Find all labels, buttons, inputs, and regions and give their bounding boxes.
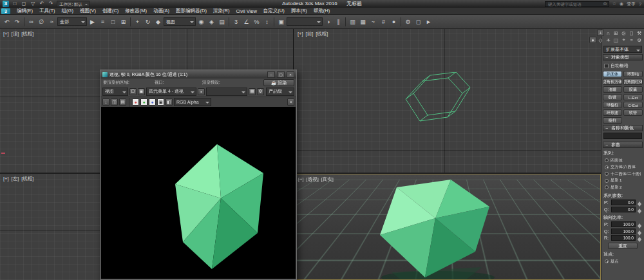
viewport-persp-menu[interactable]: [+]: [298, 176, 304, 183]
enable-red-channel-icon[interactable]: ●: [132, 98, 139, 106]
category-helpers-icon[interactable]: ⌖: [620, 37, 627, 43]
unlink-selection-icon[interactable]: ∅: [37, 17, 46, 26]
monochrome-icon[interactable]: ◧: [166, 98, 173, 106]
vertex-basic-radio[interactable]: [605, 259, 609, 263]
schematic-view-icon[interactable]: #: [379, 17, 388, 26]
menu-item-customize[interactable]: 自定义(U): [260, 8, 288, 14]
render-preset-dropdown[interactable]: [206, 88, 247, 96]
auto-region-icon[interactable]: ▣: [138, 88, 145, 95]
print-image-icon[interactable]: ▤: [119, 98, 126, 106]
use-pivot-point-icon[interactable]: ◉: [196, 17, 206, 26]
render-button[interactable]: ☕ 渲染: [263, 79, 294, 86]
category-lights-icon[interactable]: ☀: [605, 37, 612, 43]
select-and-manipulate-icon[interactable]: ◈: [207, 17, 216, 26]
keyboard-shortcut-override-icon[interactable]: ▤: [217, 17, 227, 26]
bind-to-space-warp-icon[interactable]: ≈: [47, 17, 57, 26]
chamfer-box-button[interactable]: 切角长方体: [603, 79, 622, 85]
minimize-button[interactable]: ‒: [267, 71, 275, 78]
viewport-top-mode[interactable]: [线框]: [21, 31, 33, 37]
edit-region-icon[interactable]: ⊡: [129, 88, 137, 95]
select-and-scale-icon[interactable]: ◆: [153, 17, 163, 26]
axis-p-arrows[interactable]: [637, 221, 641, 227]
family-tetra-radio[interactable]: [605, 158, 609, 162]
viewport-lock-icon[interactable]: ▪: [198, 88, 205, 95]
search-box[interactable]: ⊙: [545, 1, 609, 7]
viewport-top-name[interactable]: [顶]: [12, 31, 19, 37]
percent-snap-icon[interactable]: %: [252, 17, 261, 26]
clear-icon[interactable]: ×: [287, 98, 294, 106]
tab-create[interactable]: +: [597, 30, 604, 36]
menu-item-tools[interactable]: 工具(T): [36, 8, 59, 14]
select-by-name-icon[interactable]: ≡: [98, 17, 108, 26]
render-setup-icon[interactable]: ⚙: [403, 17, 413, 26]
open-file-icon[interactable]: ◻: [21, 1, 27, 7]
select-and-rotate-icon[interactable]: ↻: [143, 17, 153, 26]
spindle-button[interactable]: 纺锤: [603, 94, 622, 100]
family-cube-octa-radio[interactable]: [605, 165, 609, 169]
family-star2-radio[interactable]: [605, 185, 609, 189]
axis-q-spinner[interactable]: 100.0: [611, 229, 636, 234]
enable-blue-channel-icon[interactable]: ●: [149, 98, 156, 106]
menu-item-edit[interactable]: 编辑(E): [14, 8, 36, 14]
object-name-field[interactable]: [603, 133, 642, 139]
display-alpha-channel-icon[interactable]: ▣: [157, 98, 164, 106]
menu-item-help[interactable]: 帮助(H): [310, 8, 333, 14]
mirror-icon[interactable]: ◑: [323, 17, 333, 26]
help-icon[interactable]: ?: [639, 2, 641, 6]
spinner-snap-icon[interactable]: ↕: [262, 17, 272, 26]
subcategory-dropdown[interactable]: 扩展基本体: [603, 46, 642, 53]
align-icon[interactable]: ∥: [334, 17, 343, 26]
select-object-icon[interactable]: ▶: [88, 17, 97, 26]
maximize-button[interactable]: ▢: [277, 71, 285, 78]
q-spinner[interactable]: 0.0: [611, 207, 636, 212]
redo-icon[interactable]: ↷: [12, 17, 22, 26]
named-selection-dropdown[interactable]: [287, 17, 323, 26]
p-spinner[interactable]: 0.0: [611, 200, 636, 205]
viewport-front[interactable]: [+] [前] [线框]: [294, 29, 601, 173]
select-and-move-icon[interactable]: +: [133, 17, 142, 26]
render-mode-dropdown[interactable]: 产品级: [266, 88, 294, 96]
hose-button[interactable]: 软管: [623, 109, 643, 116]
close-button[interactable]: ×: [287, 71, 294, 78]
axis-r-arrows[interactable]: [637, 235, 641, 241]
viewport-dropdown[interactable]: 四元菜单 4 - 透视: [146, 88, 196, 96]
save-file-icon[interactable]: ▽: [30, 1, 36, 7]
viewport-left-menu[interactable]: [+]: [3, 176, 9, 182]
autogrid-checkbox[interactable]: [604, 64, 609, 68]
viewport-front-name[interactable]: [前]: [306, 31, 314, 37]
p-spinner-arrows[interactable]: [637, 200, 641, 205]
select-and-link-icon[interactable]: ∞: [26, 17, 36, 26]
app-logo-icon[interactable]: 3: [3, 1, 9, 7]
selection-filter-dropdown[interactable]: 全部: [57, 17, 87, 26]
family-star1-radio[interactable]: [605, 179, 609, 183]
undo-icon[interactable]: ↶: [39, 1, 45, 7]
gengon-button[interactable]: 球棱柱: [603, 102, 622, 108]
hedra-shaded-object[interactable]: [379, 176, 507, 280]
signin-icon[interactable]: ◉: [620, 1, 623, 6]
redo-icon[interactable]: ↷: [48, 1, 54, 7]
menu-item-scripting[interactable]: 脚本(S): [288, 8, 310, 14]
reset-button[interactable]: 重置: [608, 243, 638, 249]
c-ext-button[interactable]: C-Ext: [623, 102, 643, 108]
torus-knot-button[interactable]: 环形结: [623, 71, 643, 77]
category-shapes-icon[interactable]: ◇: [597, 37, 604, 43]
layer-manager-icon[interactable]: ▥: [348, 17, 357, 26]
menu-item-graph-editors[interactable]: 图形编辑器(D): [173, 8, 210, 14]
name-color-rollout-header[interactable]: − 名称和颜色: [603, 125, 643, 131]
menu-item-views[interactable]: 视图(V): [77, 8, 99, 14]
q-spinner-arrows[interactable]: [637, 207, 641, 212]
signin-label[interactable]: 登录: [627, 1, 636, 7]
object-type-rollout-header[interactable]: − 对象类型: [603, 54, 643, 61]
search-input[interactable]: [547, 1, 602, 7]
viewport-left-name[interactable]: [左]: [12, 176, 19, 182]
rendered-frame-window[interactable]: 透视, 帧 0, RGBA 颜色 16 位/通道 (1:1) ‒ ▢ × 要渲染…: [100, 70, 297, 280]
reference-coordinate-dropdown[interactable]: 视图: [164, 17, 196, 26]
curve-editor-icon[interactable]: ~: [368, 17, 378, 26]
prism-button[interactable]: 棱柱: [603, 117, 622, 124]
viewport-persp-mode[interactable]: [真实]: [321, 176, 334, 183]
ribbon-toggle-icon[interactable]: ▦: [358, 17, 368, 26]
menu-item-civil-view[interactable]: Civil View: [232, 8, 260, 14]
capsule-button[interactable]: 胶囊: [623, 86, 643, 93]
category-systems-icon[interactable]: ⚙: [636, 37, 643, 43]
clone-rendered-frame-icon[interactable]: ◫: [111, 98, 118, 106]
